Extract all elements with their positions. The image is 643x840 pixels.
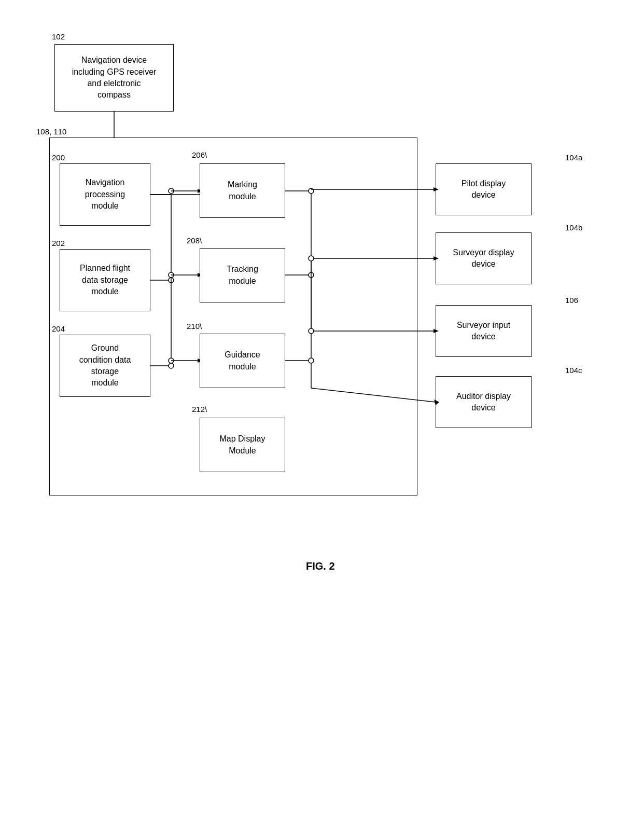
tracking-module-label: Trackingmodule xyxy=(227,264,258,287)
label-106: 106 xyxy=(565,296,578,305)
label-212: 212\ xyxy=(192,405,207,414)
surveyor-display-label: Surveyor displaydevice xyxy=(453,247,514,270)
marking-module-box: Markingmodule xyxy=(200,163,285,218)
diagram-container: 102 Navigation deviceincluding GPS recei… xyxy=(21,16,622,794)
ground-condition-label: Groundcondition datastoragemodule xyxy=(79,342,131,389)
ground-condition-box: Groundcondition datastoragemodule xyxy=(60,335,150,397)
nav-device-label: Navigation deviceincluding GPS receivera… xyxy=(72,54,157,101)
label-200: 200 xyxy=(52,153,65,162)
label-102: 102 xyxy=(52,32,65,41)
guidance-module-box: Guidancemodule xyxy=(200,334,285,388)
auditor-display-box: Auditor displaydevice xyxy=(436,376,532,428)
label-208: 208\ xyxy=(187,236,202,245)
label-204: 204 xyxy=(52,324,65,333)
label-206: 206\ xyxy=(192,150,207,159)
planned-flight-box: Planned flightdata storagemodule xyxy=(60,249,150,311)
label-104c: 104c xyxy=(565,366,582,375)
label-202: 202 xyxy=(52,239,65,247)
map-display-box: Map DisplayModule xyxy=(200,418,285,472)
nav-processing-label: Navigationprocessingmodule xyxy=(85,177,125,212)
pilot-display-box: Pilot displaydevice xyxy=(436,163,532,215)
tracking-module-box: Trackingmodule xyxy=(200,248,285,302)
guidance-module-label: Guidancemodule xyxy=(225,349,260,373)
nav-processing-box: Navigationprocessingmodule xyxy=(60,163,150,226)
surveyor-display-box: Surveyor displaydevice xyxy=(436,232,532,284)
label-210: 210\ xyxy=(187,322,202,331)
surveyor-input-label: Surveyor inputdevice xyxy=(457,320,510,343)
auditor-display-label: Auditor displaydevice xyxy=(456,391,511,414)
planned-flight-label: Planned flightdata storagemodule xyxy=(80,263,130,297)
label-104b: 104b xyxy=(565,223,582,232)
fig-label: FIG. 2 xyxy=(306,560,335,572)
pilot-display-label: Pilot displaydevice xyxy=(462,178,506,201)
surveyor-input-box: Surveyor inputdevice xyxy=(436,305,532,357)
marking-module-label: Markingmodule xyxy=(228,179,257,202)
nav-device-box: Navigation deviceincluding GPS receivera… xyxy=(54,44,174,112)
label-104a: 104a xyxy=(565,153,582,162)
map-display-label: Map DisplayModule xyxy=(219,433,265,457)
label-108-110: 108, 110 xyxy=(36,127,66,136)
